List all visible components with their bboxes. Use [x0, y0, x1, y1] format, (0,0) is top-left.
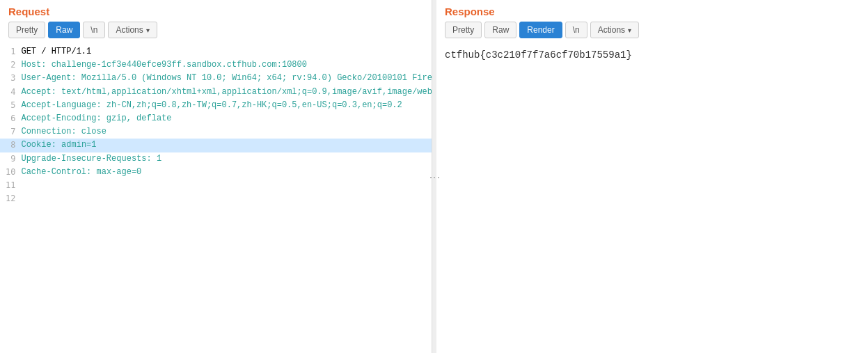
header-value: Mozilla/5.0 (Windows NT 10.0; Win64; x64…: [77, 73, 432, 83]
response-content-area[interactable]: ctfhub{c3c210f7f7a6cf70b17559a1}: [436, 41, 868, 353]
line-content: Accept-Language: zh-CN,zh;q=0.8,zh-TW;q=…: [21, 99, 432, 112]
line-number: 4: [0, 86, 21, 99]
request-code-area[interactable]: 1GET / HTTP/1.12Host: challenge-1cf3e440…: [0, 41, 432, 353]
line-number: 7: [0, 125, 21, 139]
chevron-down-icon: ▾: [628, 26, 631, 34]
line-content: [21, 179, 432, 192]
line-number: 12: [0, 192, 21, 205]
line-content: [21, 192, 432, 205]
response-panel: Response Pretty Raw Render \n Actions ▾ …: [436, 0, 868, 353]
header-value: text/html,application/xhtml+xml,applicat…: [56, 87, 432, 97]
line-number: 6: [0, 112, 21, 125]
header-value: zh-CN,zh;q=0.8,zh-TW;q=0.7,zh-HK;q=0.5,e…: [102, 100, 402, 110]
table-row: 3User-Agent: Mozilla/5.0 (Windows NT 10.…: [0, 72, 432, 85]
table-row: 8Cookie: admin=1: [0, 139, 432, 152]
table-row: 12: [0, 192, 432, 205]
header-name: Accept:: [21, 87, 56, 97]
response-pretty-button[interactable]: Pretty: [445, 22, 482, 38]
line-content: Cache-Control: max-age=0: [21, 166, 432, 179]
line-content: Cookie: admin=1: [21, 139, 432, 152]
response-title: Response: [445, 6, 860, 17]
table-row: 6Accept-Encoding: gzip, deflate: [0, 112, 432, 125]
response-render-button[interactable]: Render: [519, 22, 562, 38]
header-name: Connection:: [21, 127, 76, 136]
table-row: 1GET / HTTP/1.1: [0, 45, 432, 58]
line-number: 8: [0, 139, 21, 152]
request-header: Request Pretty Raw \n Actions ▾: [0, 0, 432, 41]
response-raw-button[interactable]: Raw: [484, 22, 516, 38]
request-n-button[interactable]: \n: [83, 22, 105, 38]
table-row: 4Accept: text/html,application/xhtml+xml…: [0, 86, 432, 99]
line-content: GET / HTTP/1.1: [21, 45, 432, 58]
chevron-down-icon: ▾: [146, 26, 150, 34]
header-name: Accept-Language:: [21, 100, 101, 110]
request-actions-button[interactable]: Actions ▾: [108, 22, 157, 38]
request-panel: Request Pretty Raw \n Actions ▾ 1GET / H…: [0, 0, 432, 353]
line-content: Accept: text/html,application/xhtml+xml,…: [21, 86, 432, 99]
line-content: User-Agent: Mozilla/5.0 (Windows NT 10.0…: [21, 72, 432, 85]
line-content: Upgrade-Insecure-Requests: 1: [21, 152, 432, 166]
line-content: Host: challenge-1cf3e440efce93ff.sandbox…: [21, 58, 432, 72]
request-title: Request: [8, 6, 423, 17]
line-content: Accept-Encoding: gzip, deflate: [21, 112, 432, 125]
table-row: 2Host: challenge-1cf3e440efce93ff.sandbo…: [0, 58, 432, 72]
header-name: User-Agent:: [21, 73, 76, 83]
response-body-text: ctfhub{c3c210f7f7a6cf70b17559a1}: [445, 49, 860, 61]
line-content: Connection: close: [21, 125, 432, 139]
header-name: Host:: [21, 60, 46, 70]
table-row: 11: [0, 179, 432, 192]
line-number: 11: [0, 179, 21, 192]
line-number: 10: [0, 166, 21, 179]
header-value: admin=1: [56, 140, 97, 150]
header-name: Cache-Control:: [21, 167, 91, 177]
header-name: Upgrade-Insecure-Requests:: [21, 154, 151, 164]
line-number: 9: [0, 152, 21, 166]
response-toolbar: Pretty Raw Render \n Actions ▾: [445, 22, 860, 38]
response-actions-button[interactable]: Actions ▾: [590, 22, 639, 38]
table-row: 7Connection: close: [0, 125, 432, 139]
header-name: Accept-Encoding:: [21, 113, 101, 123]
table-row: 9Upgrade-Insecure-Requests: 1: [0, 152, 432, 166]
line-number: 1: [0, 45, 21, 58]
line-number: 3: [0, 72, 21, 85]
header-name: Cookie:: [21, 140, 56, 150]
header-value: challenge-1cf3e440efce93ff.sandbox.ctfhu…: [46, 60, 306, 70]
response-n-button[interactable]: \n: [565, 22, 587, 38]
header-value: gzip, deflate: [102, 113, 172, 123]
line-number: 2: [0, 58, 21, 72]
request-pretty-button[interactable]: Pretty: [8, 22, 45, 38]
header-value: max-age=0: [91, 167, 141, 177]
request-raw-button[interactable]: Raw: [48, 22, 80, 38]
table-row: 5Accept-Language: zh-CN,zh;q=0.8,zh-TW;q…: [0, 99, 432, 112]
header-value: close: [77, 127, 106, 136]
line-number: 5: [0, 99, 21, 112]
request-toolbar: Pretty Raw \n Actions ▾: [8, 22, 423, 38]
request-code-table: 1GET / HTTP/1.12Host: challenge-1cf3e440…: [0, 45, 432, 205]
response-header: Response Pretty Raw Render \n Actions ▾: [436, 0, 868, 41]
table-row: 10Cache-Control: max-age=0: [0, 166, 432, 179]
header-value: 1: [152, 154, 161, 164]
